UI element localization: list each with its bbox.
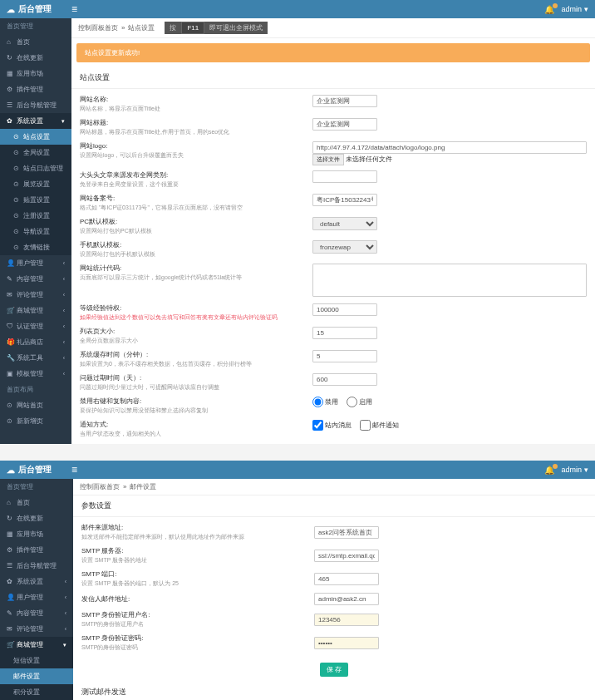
- nav-links[interactable]: ⊙友情链接: [0, 239, 71, 255]
- hamburger-icon[interactable]: ≡: [71, 3, 77, 15]
- nav-gift[interactable]: 🎁礼品商店‹: [0, 334, 71, 350]
- input-logo-url[interactable]: [312, 141, 587, 154]
- chevron-down-icon: ▾: [63, 642, 66, 648]
- chevron-left-icon: ‹: [63, 292, 65, 298]
- nav-market[interactable]: ▦应用市场: [0, 526, 73, 542]
- comment-icon: ✉: [7, 625, 13, 633]
- select-pctpl[interactable]: default: [312, 217, 377, 230]
- chevron-left-icon: ‹: [63, 260, 65, 266]
- nav-user[interactable]: 👤用户管理‹: [0, 589, 73, 605]
- nav-tpl[interactable]: ▣模板管理‹: [0, 366, 71, 382]
- file-choose-button[interactable]: 选择文件: [312, 154, 344, 165]
- dot-icon: ⊙: [13, 212, 20, 219]
- nav-cert[interactable]: 🛡认证管理‹: [0, 318, 71, 334]
- panel-title: 站点设置: [71, 67, 595, 89]
- chevron-left-icon: ‹: [63, 371, 65, 377]
- bell-icon[interactable]: 🔔: [544, 5, 554, 14]
- nav-system[interactable]: ✿系统设置‹: [0, 574, 73, 589]
- label-icp: 网站备案号:: [80, 195, 115, 202]
- nav-plugin[interactable]: ⚙插件管理: [0, 81, 71, 97]
- select-mtpl[interactable]: fronzewap: [312, 240, 377, 254]
- chevron-down-icon: ▾: [61, 118, 65, 125]
- file-none: 未选择任何文件: [346, 155, 392, 163]
- radio-copy-disable[interactable]: 禁用: [312, 397, 338, 407]
- shield-icon: 🛡: [7, 323, 13, 330]
- screenshot-mail-settings: ☁ 后台管理 ≡ 🔔 admin▾ 首页管理 ⌂首页 ↻在线更新 ▦应用市场 ⚙…: [0, 461, 595, 700]
- nav-advset[interactable]: ⊙贴置设置: [0, 192, 71, 208]
- crumb-root[interactable]: 控制面板首页: [80, 482, 120, 491]
- nav-mailset[interactable]: 邮件设置: [0, 668, 73, 684]
- label-copy: 禁用右键和复制内容:: [80, 397, 141, 405]
- nav-appnav[interactable]: ☰后台导航管理: [0, 97, 71, 113]
- input-port[interactable]: [314, 573, 379, 585]
- label-notify: 通知方式:: [80, 421, 108, 428]
- nav-online[interactable]: ↻在线更新: [0, 510, 73, 526]
- user-menu[interactable]: admin▾: [561, 466, 588, 474]
- label-stat: 网站统计代码:: [80, 264, 121, 272]
- label-logo: 网站logo:: [80, 142, 107, 150]
- hamburger-icon[interactable]: ≡: [71, 464, 77, 476]
- nav-online[interactable]: ↻在线更新: [0, 50, 71, 66]
- user-menu[interactable]: admin▾: [561, 5, 588, 13]
- plug-icon: ⚙: [7, 86, 13, 93]
- input-smtp[interactable]: [314, 550, 379, 562]
- nav-navset[interactable]: ⊙导航设置: [0, 224, 71, 239]
- input-from[interactable]: [314, 526, 379, 539]
- nav-comment[interactable]: ✉评论管理‹: [0, 621, 73, 637]
- label-pctpl: PC默认模板:: [80, 218, 117, 225]
- nav-comment[interactable]: ✉评论管理‹: [0, 287, 71, 303]
- input-pass[interactable]: [314, 637, 379, 649]
- nav-tool[interactable]: 🔧系统工具‹: [0, 350, 71, 366]
- nav-plugin[interactable]: ⚙插件管理: [0, 542, 73, 558]
- sidebar-group: 首页布局: [0, 382, 71, 397]
- nav-content[interactable]: ✎内容管理‹: [0, 271, 71, 287]
- nav-mall[interactable]: 🛒商城管理‹: [0, 303, 71, 318]
- brand[interactable]: ☁ 后台管理: [7, 464, 52, 476]
- nav-tplset[interactable]: 短信设置: [0, 653, 73, 668]
- nav-pointset[interactable]: 积分设置: [0, 684, 73, 700]
- bell-icon[interactable]: 🔔: [544, 466, 554, 475]
- label-sender: 发信人邮件地址:: [81, 595, 130, 603]
- nav-user[interactable]: 👤用户管理‹: [0, 255, 71, 271]
- layout-icon: ▣: [7, 370, 13, 377]
- label-pass: SMTP 身份验证密码:: [81, 634, 144, 642]
- brand[interactable]: ☁ 后台管理: [7, 3, 52, 15]
- input-exp[interactable]: [312, 373, 377, 386]
- input-wait[interactable]: [312, 303, 377, 316]
- label-mtpl: 手机默认模板:: [80, 241, 121, 249]
- brand-text: 后台管理: [18, 3, 52, 15]
- nav-global[interactable]: ⊙全局设置: [0, 145, 71, 160]
- nav-appnav[interactable]: ☰后台导航管理: [0, 558, 73, 574]
- nav-display[interactable]: ⊙展览设置: [0, 176, 71, 192]
- input-icp[interactable]: [312, 194, 377, 206]
- input-user[interactable]: [314, 614, 379, 626]
- dot-icon: ⊙: [13, 180, 20, 188]
- sidebar: 首页管理 ⌂首页 ↻在线更新 ▦应用市场 ⚙插件管理 ☰后台导航管理 ✿系统设置…: [0, 18, 71, 444]
- chk-notify-mail[interactable]: 邮件通知: [360, 420, 399, 431]
- input-sitetitle[interactable]: [312, 118, 377, 131]
- nav-system[interactable]: ✿系统设置▾: [0, 113, 71, 129]
- nav-content[interactable]: ✎内容管理‹: [0, 605, 73, 621]
- radio-copy-enable[interactable]: 启用: [347, 397, 372, 407]
- save-button[interactable]: 保 存: [320, 663, 348, 677]
- crumb-root[interactable]: 控制面板首页: [78, 23, 118, 32]
- nav-site-settings[interactable]: ⊙站点设置: [0, 129, 71, 145]
- cart-icon: 🛒: [7, 641, 13, 648]
- chk-notify-msg[interactable]: 站内消息: [312, 420, 352, 431]
- nav-reg[interactable]: ⊙注册设置: [0, 208, 71, 224]
- input-sender[interactable]: [314, 593, 379, 605]
- nav-homecfg[interactable]: ⊙网站首页: [0, 397, 71, 413]
- nav-home[interactable]: ⌂首页: [0, 34, 71, 50]
- nav-newadd[interactable]: ⊙新新增页: [0, 413, 71, 429]
- input-cache[interactable]: [312, 350, 377, 362]
- nav-logmgr[interactable]: ⊙站点日志管理: [0, 160, 71, 176]
- nav-market[interactable]: ▦应用市场: [0, 66, 71, 81]
- textarea-stat[interactable]: [312, 264, 587, 297]
- chevron-left-icon: ‹: [65, 626, 66, 632]
- input-cols[interactable]: [312, 327, 377, 339]
- nav-mall[interactable]: 🛒商城管理▾: [0, 637, 73, 653]
- input-hlink[interactable]: [312, 170, 377, 183]
- input-sitename[interactable]: [312, 95, 377, 107]
- nav-home[interactable]: ⌂首页: [0, 495, 73, 510]
- chevron-left-icon: ‹: [63, 355, 65, 361]
